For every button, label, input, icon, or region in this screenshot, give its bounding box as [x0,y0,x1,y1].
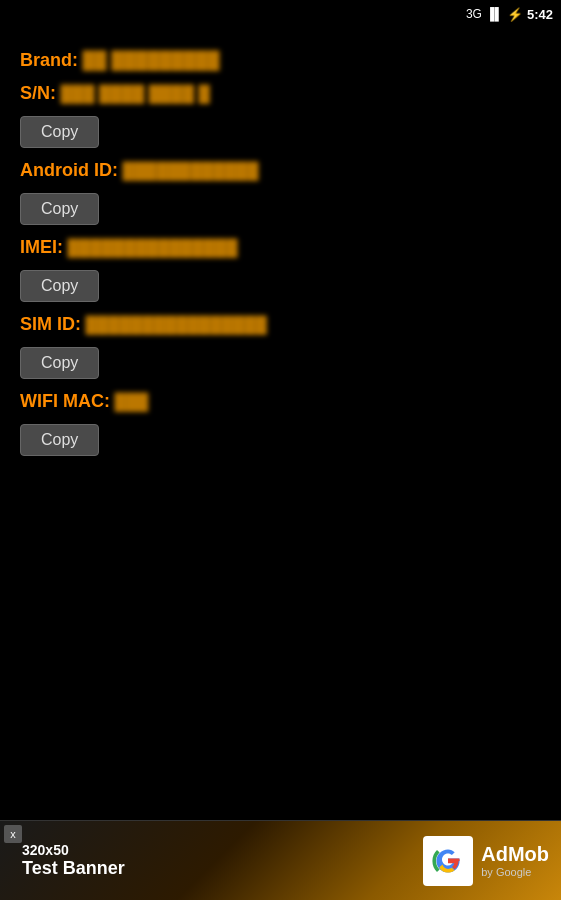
time-display: 5:42 [527,7,553,22]
status-bar: 3G ▐▌ ⚡ 5:42 [0,0,561,28]
wifi-mac-copy-container: Copy [20,420,541,456]
android-id-value: ████████████ [122,162,258,180]
brand-label: Brand: [20,50,78,70]
sn-copy-container: Copy [20,112,541,148]
sn-row: S/N: ███ ████ ████ █ [20,83,541,104]
wifi-mac-label: WIFI MAC: [20,391,110,411]
admob-size-label: 320x50 [22,842,125,858]
admob-by-label: by Google [481,866,549,878]
android-id-copy-container: Copy [20,189,541,225]
brand-row: Brand: ██ █████████ [20,50,541,71]
admob-test-label: Test Banner [22,858,125,879]
imei-copy-button[interactable]: Copy [20,270,99,302]
admob-g-logo [423,836,473,886]
imei-row: IMEI: ███████████████ [20,237,541,258]
sn-label: S/N: [20,83,56,103]
admob-text: 320x50 Test Banner [22,842,125,879]
android-id-copy-button[interactable]: Copy [20,193,99,225]
bars-icon: ▐▌ [486,7,503,21]
sim-id-copy-button[interactable]: Copy [20,347,99,379]
android-id-row: Android ID: ████████████ [20,160,541,181]
admob-logo-block: AdMob by Google [423,836,549,886]
admob-brand-label: AdMob [481,843,549,866]
admob-banner: x 320x50 Test Banner AdMob by Google [0,820,561,900]
sim-id-label: SIM ID: [20,314,81,334]
wifi-mac-value: ███ [114,393,148,411]
signal-icon: 3G [466,7,482,21]
battery-icon: ⚡ [507,7,523,22]
sn-value: ███ ████ ████ █ [60,85,209,103]
imei-copy-container: Copy [20,266,541,302]
sim-id-copy-container: Copy [20,343,541,379]
imei-label: IMEI: [20,237,63,257]
sn-copy-button[interactable]: Copy [20,116,99,148]
android-id-label: Android ID: [20,160,118,180]
admob-close-button[interactable]: x [4,825,22,843]
admob-name-block: AdMob by Google [481,843,549,878]
brand-value: ██ █████████ [82,51,219,71]
sim-id-value: ████████████████ [85,316,266,334]
sim-id-row: SIM ID: ████████████████ [20,314,541,335]
wifi-mac-row: WIFI MAC: ███ [20,391,541,412]
main-content: Brand: ██ █████████ S/N: ███ ████ ████ █… [0,28,561,536]
imei-value: ███████████████ [67,239,237,257]
wifi-mac-copy-button[interactable]: Copy [20,424,99,456]
